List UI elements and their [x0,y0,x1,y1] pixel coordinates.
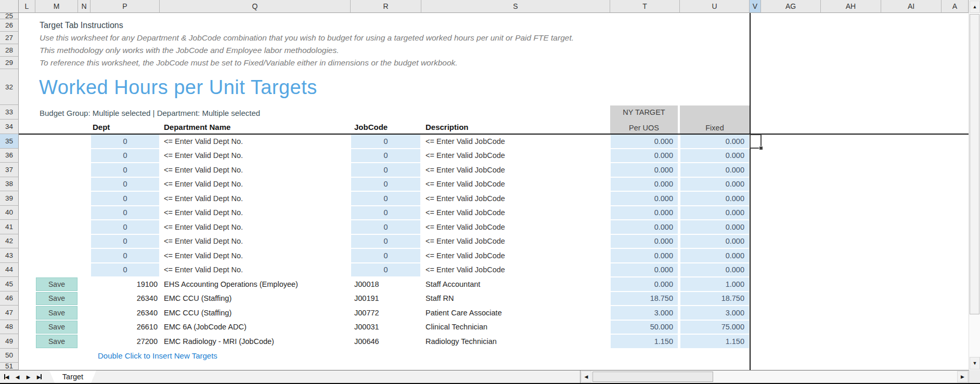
column-header-M[interactable]: M [35,0,78,13]
fixed-cell[interactable]: 0.000 [680,220,749,234]
column-header-T[interactable]: T [610,0,680,13]
row-header-47[interactable]: 47 [0,306,19,320]
fixed-cell[interactable]: 0.000 [680,192,749,205]
row-header-46[interactable]: 46 [0,292,19,306]
dept-input-cell[interactable]: 0 [91,206,159,220]
dept-input-cell[interactable]: 0 [91,178,159,191]
column-header-N[interactable]: N [78,0,91,13]
fixed-cell[interactable]: 0.000 [680,149,749,163]
row-header-50[interactable]: 50 [0,349,19,363]
jobcode-cell[interactable]: J00031 [354,320,379,334]
first-sheet-button[interactable]: ◀ [2,372,11,382]
jobcode-input-cell[interactable]: 0 [351,163,420,177]
last-sheet-button[interactable]: ▶ [34,372,44,382]
row-header-38[interactable]: 38 [0,177,19,192]
per-uos-cell[interactable]: 0.000 [611,249,678,262]
dept-input-cell[interactable]: 0 [91,249,159,262]
column-header-L[interactable]: L [19,0,35,13]
dept-input-cell[interactable]: 0 [91,220,159,234]
jobcode-cell[interactable]: J00772 [354,306,379,320]
per-uos-cell[interactable]: 0.000 [611,149,678,163]
fixed-cell[interactable]: 0.000 [680,249,749,262]
fixed-cell[interactable]: 0.000 [680,263,749,277]
row-header-45[interactable]: 45 [0,277,19,292]
save-button[interactable]: Save [36,321,78,334]
jobcode-input-cell[interactable]: 0 [351,263,420,277]
department-name-cell[interactable]: EMC CCU (Staffing) [164,292,231,306]
save-button[interactable]: Save [36,292,78,306]
description-cell[interactable]: Clinical Technician [425,320,487,334]
row-header-26[interactable]: 26 [0,19,19,32]
scroll-up-button[interactable]: ▲ [970,1,980,13]
row-header-42[interactable]: 42 [0,234,19,249]
jobcode-input-cell[interactable]: 0 [351,206,420,220]
row-header-33[interactable]: 33 [0,105,19,120]
jobcode-input-cell[interactable]: 0 [351,149,420,163]
dept-number-cell[interactable]: 19100 [91,277,158,291]
row-header-36[interactable]: 36 [0,149,19,163]
department-name-cell[interactable]: EHS Accounting Operations (Employee) [164,277,298,291]
scroll-right-button[interactable]: ▶ [957,371,968,382]
row-header-27[interactable]: 27 [0,32,19,44]
per-uos-cell[interactable]: 0.000 [611,192,678,205]
fixed-cell[interactable]: 0.000 [680,178,749,191]
row-header-44[interactable]: 44 [0,263,19,277]
dept-number-cell[interactable]: 27200 [91,334,158,348]
column-header-R[interactable]: R [351,0,421,13]
fixed-cell[interactable]: 75.000 [680,321,749,334]
save-button[interactable]: Save [36,335,78,348]
scroll-down-button[interactable]: ▼ [970,357,980,369]
row-header-43[interactable]: 43 [0,248,19,263]
jobcode-cell[interactable]: J00191 [354,292,379,306]
row-header-37[interactable]: 37 [0,163,19,177]
fixed-cell[interactable]: 1.000 [680,277,749,291]
description-cell[interactable]: Patient Care Associate [425,306,502,320]
column-header-A[interactable]: A [942,0,969,13]
dept-number-cell[interactable]: 26610 [91,320,158,334]
save-button[interactable]: Save [36,306,78,320]
fixed-cell[interactable]: 0.000 [680,135,749,148]
row-header-28[interactable]: 28 [0,44,19,57]
per-uos-cell[interactable]: 1.150 [611,335,678,348]
column-header-AH[interactable]: AH [821,0,881,13]
column-header-P[interactable]: P [91,0,160,13]
fixed-cell[interactable]: 0.000 [680,206,749,220]
per-uos-cell[interactable]: 50.000 [611,321,678,334]
dept-input-cell[interactable]: 0 [91,263,159,277]
row-header-35[interactable]: 35 [0,134,19,149]
jobcode-cell[interactable]: J00646 [354,334,379,348]
per-uos-cell[interactable]: 0.000 [611,135,678,148]
dept-input-cell[interactable]: 0 [91,135,159,148]
row-header-40[interactable]: 40 [0,206,19,220]
row-header-39[interactable]: 39 [0,191,19,206]
per-uos-cell[interactable]: 0.000 [611,220,678,234]
column-header-AG[interactable]: AG [761,0,821,13]
per-uos-cell[interactable]: 0.000 [611,235,678,248]
jobcode-input-cell[interactable]: 0 [351,249,420,262]
column-header-U[interactable]: U [680,0,750,13]
row-header-41[interactable]: 41 [0,220,19,234]
row-header-49[interactable]: 49 [0,334,19,349]
vertical-scroll-thumb[interactable] [970,14,979,314]
jobcode-input-cell[interactable]: 0 [351,135,420,148]
previous-sheet-button[interactable]: ◀ [12,372,22,382]
insert-new-targets-link[interactable]: Double Click to Insert New Targets [98,348,217,363]
fixed-cell[interactable]: 3.000 [680,306,749,320]
select-all-corner[interactable] [0,0,19,13]
per-uos-cell[interactable]: 18.750 [611,292,678,306]
department-name-cell[interactable]: EMC 6A (JobCode ADC) [164,320,247,334]
column-header-V[interactable]: V [750,0,761,13]
column-header-S[interactable]: S [421,0,610,13]
description-cell[interactable]: Staff Accountant [425,277,480,291]
jobcode-input-cell[interactable]: 0 [351,235,420,248]
column-header-Q[interactable]: Q [160,0,351,13]
description-cell[interactable]: Radiology Technician [425,334,497,348]
dept-input-cell[interactable]: 0 [91,163,159,177]
horizontal-scroll-thumb[interactable] [592,372,713,382]
jobcode-input-cell[interactable]: 0 [351,220,420,234]
per-uos-cell[interactable]: 0.000 [611,178,678,191]
per-uos-cell[interactable]: 0.000 [611,263,678,277]
department-name-cell[interactable]: EMC Radiology - MRI (JobCode) [164,334,274,348]
fixed-cell[interactable]: 0.000 [680,163,749,177]
department-name-cell[interactable]: EMC CCU (Staffing) [164,306,231,320]
